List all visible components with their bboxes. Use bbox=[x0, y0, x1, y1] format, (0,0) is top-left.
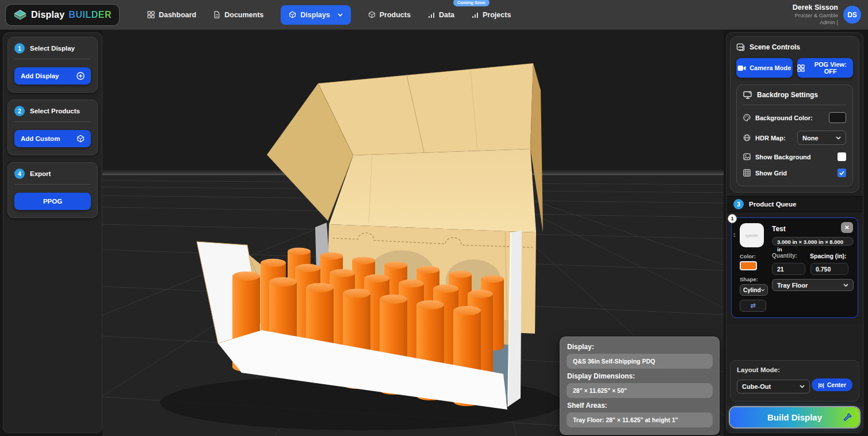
cube-icon bbox=[368, 11, 376, 18]
color-label: Color: bbox=[740, 253, 766, 259]
button-label: POG View: OFF bbox=[808, 61, 854, 75]
step-badge-3: 3 bbox=[733, 199, 744, 209]
card-index-badge: 1 bbox=[728, 214, 737, 223]
image-icon bbox=[743, 153, 751, 160]
bar-chart-icon bbox=[428, 12, 435, 18]
button-label: Add Custom bbox=[21, 135, 60, 142]
center-icon: |0| bbox=[818, 382, 824, 388]
nav-item-products[interactable]: Products bbox=[368, 11, 411, 19]
shelf-areas-label: Shelf Areas: bbox=[567, 401, 712, 410]
backdrop-settings-title: Backdrop Settings bbox=[757, 91, 818, 99]
product-dimensions: 3.000 in × 3.000 in × 8.000 in bbox=[772, 237, 854, 246]
bar-chart-icon bbox=[472, 12, 479, 18]
chevron-down-icon bbox=[761, 289, 764, 292]
divider bbox=[743, 105, 846, 105]
placement-value: Tray Floor bbox=[777, 282, 808, 289]
background-color-label: Background Color: bbox=[755, 114, 813, 121]
document-icon bbox=[213, 11, 220, 18]
product-card[interactable]: 1 •• ✕ cylinder Color: Shape: Cylinder bbox=[731, 217, 858, 318]
layout-mode-select[interactable]: Cube-Out bbox=[737, 380, 810, 393]
add-display-button[interactable]: Add Display bbox=[14, 67, 91, 85]
cube-icon bbox=[77, 135, 85, 143]
logo-word-builder: BUILDER bbox=[68, 10, 112, 20]
center-label: Center bbox=[827, 381, 846, 388]
app-root: Display BUILDER Dashboard Documents D bbox=[0, 0, 868, 436]
cube-icon bbox=[289, 11, 296, 18]
spacing-label: Spacing (in): bbox=[810, 253, 847, 259]
top-navbar: Display BUILDER Dashboard Documents D bbox=[0, 0, 868, 30]
placement-select[interactable]: Tray Floor bbox=[772, 279, 854, 291]
dimensions-value: 28" × 11.625" × 50" bbox=[567, 383, 713, 398]
chevron-down-icon bbox=[800, 385, 805, 388]
user-text: Derek Sisson Procter & Gamble Admin | bbox=[793, 3, 838, 26]
nav-item-data[interactable]: Coming Soon Data bbox=[428, 11, 454, 19]
nav-item-displays[interactable]: Displays bbox=[281, 5, 350, 25]
backdrop-settings-panel: Backdrop Settings Background Color: HDR … bbox=[736, 85, 853, 186]
nav-item-documents[interactable]: Documents bbox=[213, 11, 263, 19]
panel-title: Select Products bbox=[30, 108, 80, 114]
scene-controls-panel: Scene Controls Camera Mode POG View: OFF bbox=[730, 36, 859, 193]
camera-mode-button[interactable]: Camera Mode bbox=[736, 58, 793, 78]
spacing-input[interactable] bbox=[810, 263, 848, 275]
app-logo[interactable]: Display BUILDER bbox=[5, 4, 120, 26]
nav-item-dashboard[interactable]: Dashboard bbox=[147, 11, 196, 19]
show-background-checkbox[interactable] bbox=[838, 152, 846, 161]
panel-select-products: 2 Select Products Add Custom bbox=[7, 100, 98, 155]
nav-item-projects[interactable]: Projects bbox=[472, 11, 511, 19]
background-color-swatch[interactable] bbox=[829, 112, 846, 123]
show-background-row: Show Background bbox=[743, 152, 846, 161]
quantity-input[interactable] bbox=[772, 263, 805, 275]
grid-icon bbox=[743, 169, 751, 177]
avatar[interactable]: DS bbox=[843, 6, 861, 24]
layout-mode-panel: Layout Mode: Cube-Out |0| Center bbox=[730, 360, 859, 401]
product-queue-header: 3 Product Queue bbox=[726, 196, 863, 212]
monitor-gear-icon bbox=[743, 91, 752, 99]
camera-icon bbox=[737, 65, 746, 71]
hdr-map-select[interactable]: None bbox=[797, 131, 846, 145]
user-company: Procter & Gamble bbox=[793, 12, 838, 19]
background-color-row: Background Color: bbox=[743, 112, 846, 123]
step-badge-4: 4 bbox=[14, 169, 25, 179]
swap-orientation-button[interactable]: ⇄ bbox=[740, 300, 766, 312]
drag-handle-icon[interactable]: •• bbox=[733, 233, 735, 238]
remove-product-button[interactable]: ✕ bbox=[841, 222, 853, 233]
logo-word-display: Display bbox=[31, 10, 64, 20]
user-block[interactable]: Derek Sisson Procter & Gamble Admin | DS bbox=[793, 3, 861, 26]
hdr-map-row: HDR Map: None bbox=[743, 131, 846, 145]
pog-grid-icon bbox=[797, 64, 805, 72]
ppog-button[interactable]: PPOG bbox=[14, 193, 91, 210]
product-thumbnail: cylinder bbox=[740, 223, 764, 247]
3d-viewport[interactable]: Display: Q&S 36in Self-Shipping PDQ Disp… bbox=[102, 30, 724, 436]
nav-label: Products bbox=[380, 11, 411, 19]
quantity-label: Quantity: bbox=[772, 253, 810, 259]
chevron-down-icon bbox=[836, 136, 841, 140]
user-role: Admin | bbox=[793, 19, 838, 26]
add-custom-button[interactable]: Add Custom bbox=[14, 130, 91, 147]
scene-controls-title: Scene Controls bbox=[750, 43, 800, 51]
button-label: Camera Mode bbox=[750, 64, 791, 71]
show-grid-checkbox[interactable] bbox=[838, 169, 846, 177]
product-queue-body: 1 •• ✕ cylinder Color: Shape: Cylinder bbox=[726, 212, 863, 324]
right-sidebar: Scene Controls Camera Mode POG View: OFF bbox=[726, 32, 863, 433]
card-left-col: cylinder Color: Shape: Cylinder ⇄ bbox=[740, 223, 766, 312]
card-right-col: Test 3.000 in × 3.000 in × 8.000 in Quan… bbox=[772, 223, 854, 312]
nav-label: Data bbox=[439, 11, 454, 19]
panel-export: 4 Export PPOG bbox=[7, 162, 98, 218]
hammer-icon bbox=[843, 412, 852, 422]
hdr-map-value: None bbox=[802, 135, 819, 141]
pog-view-button[interactable]: POG View: OFF bbox=[797, 58, 854, 78]
center-button[interactable]: |0| Center bbox=[812, 378, 852, 391]
show-background-label: Show Background bbox=[755, 154, 811, 160]
panel-title: Export bbox=[30, 170, 51, 177]
build-display-button[interactable]: Build Display bbox=[730, 407, 859, 427]
thumbnail-label: cylinder bbox=[745, 234, 758, 238]
main-nav: Dashboard Documents Displays bbox=[147, 5, 511, 25]
scene-controls-icon bbox=[736, 43, 745, 51]
circle-plus-icon bbox=[77, 72, 85, 80]
product-color-swatch[interactable] bbox=[740, 261, 757, 270]
dimensions-label: Display Dimensions: bbox=[567, 372, 712, 380]
show-grid-label: Show Grid bbox=[755, 170, 787, 177]
display-name-value: Q&S 36in Self-Shipping PDQ bbox=[567, 354, 713, 369]
dashboard-grid-icon bbox=[147, 11, 155, 18]
shape-select[interactable]: Cylinder bbox=[740, 284, 768, 296]
